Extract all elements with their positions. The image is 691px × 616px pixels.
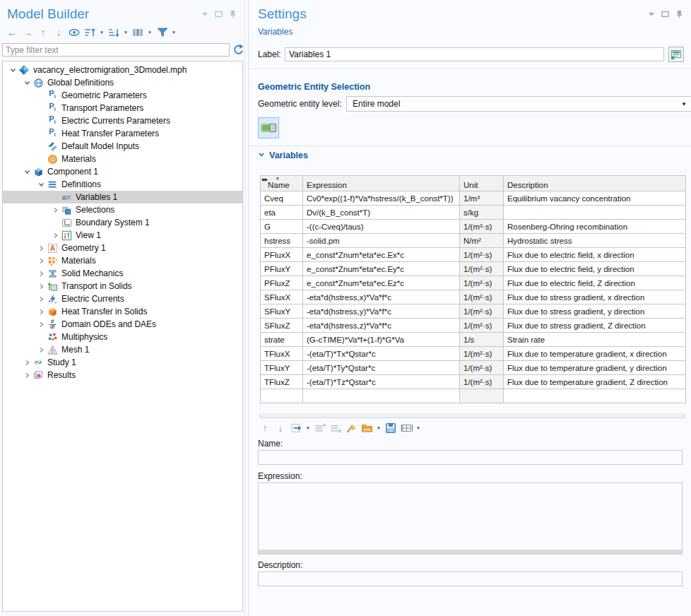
tree-item-materials[interactable]: Materials [3,153,242,165]
expression-cell[interactable]: Cv0*exp((1-f)*Va*hstress/(k_B_const*T)) [303,191,460,206]
expression-cell[interactable]: (G-cTIME)*Va*f+(1-f)*G*Va [303,333,460,347]
table-row[interactable]: TFluxY-(eta/T)*Ty*Qstar*c1/(m²·s)Flux du… [261,361,686,375]
tree-item-heat-transfer-parameters[interactable]: PiHeat Transfer Parameters [3,127,242,140]
chevron-collapsed-icon[interactable] [35,321,47,328]
tree-item-electric-currents-parameters[interactable]: PiElectric Currents Parameters [3,114,242,127]
filter-funnel-icon[interactable] [155,26,168,39]
table-row[interactable]: PFluxZe_const*Znum*eta*ec.Ez*c1/(m²·s)Fl… [261,276,686,290]
description-cell[interactable]: Equilibrium vacancy concentration [504,191,686,206]
chevron-collapsed-icon[interactable] [49,232,61,239]
name-cell[interactable]: hstress [261,234,303,248]
expression-hscrollbar[interactable] [259,550,682,554]
tree-item-geometry-1[interactable]: AGeometry 1 [3,242,242,254]
expression-cell[interactable]: -(eta/T)*Ty*Qstar*c [303,361,460,375]
unit-cell[interactable]: 1/(m²·s) [460,319,504,333]
tree-item-domain-odes-and-daes[interactable]: ddtDomain ODEs and DAEs [3,318,242,331]
chevron-expanded-icon[interactable] [21,169,33,175]
expression-cell[interactable]: -eta*d(hstress,x)*Va*f*c [303,290,460,304]
show-more-options-icon[interactable] [668,47,684,62]
tree-item-component-1[interactable]: Component 1 [3,165,242,178]
unit-cell[interactable]: 1/(m²·s) [460,375,504,389]
collapse-tree-icon[interactable] [83,26,96,39]
table-cell-settings-icon[interactable] [400,422,413,434]
unit-cell[interactable]: 1/(m²·s) [460,290,504,304]
name-cell[interactable]: PFluxZ [261,276,303,290]
chevron-collapsed-icon[interactable] [35,271,47,277]
description-cell[interactable]: Flux due to stress gradient, y direction [504,304,686,319]
save-floppy-icon[interactable] [384,422,397,434]
description-input[interactable] [259,572,682,586]
node-columns-icon[interactable] [131,26,144,39]
chevron-collapsed-icon[interactable] [35,283,47,290]
name-cell[interactable]: eta [261,206,303,220]
dropdown-caret-icon[interactable]: ▾ [99,30,105,35]
table-row[interactable]: PFluxYe_const*Znum*eta*ec.Ey*c1/(m²·s)Fl… [261,262,686,276]
description-cell[interactable] [504,389,686,403]
clear-broom-icon[interactable] [345,422,358,434]
description-cell[interactable]: Flux due to temperature gradient, x dire… [504,347,686,361]
chevron-collapsed-icon[interactable] [35,309,47,315]
chevron-expanded-icon[interactable] [35,182,47,188]
unit-cell[interactable] [460,389,504,403]
move-columns-icon[interactable]: ▶▶ [262,177,267,182]
move-to-table-icon[interactable] [290,422,302,434]
tree-item-materials[interactable]: Materials [3,254,242,267]
float-window-icon[interactable] [214,9,223,18]
unit-cell[interactable]: 1/(m²·s) [460,347,504,361]
table-row[interactable]: strate(G-cTIME)*Va*f+(1-f)*G*Va1/sStrain… [261,333,686,347]
tree-item-solid-mechanics[interactable]: Solid Mechanics [3,267,242,280]
expression-cell[interactable]: -(eta/T)*Tz*Qstar*c [303,375,460,389]
unit-cell[interactable]: 1/(m²·s) [460,262,504,276]
pin-icon[interactable] [228,9,237,18]
name-cell[interactable]: TFluxY [261,361,303,375]
table-row[interactable]: TFluxZ-(eta/T)*Tz*Qstar*c1/(m²·s)Flux du… [261,375,686,389]
active-selection-toggle[interactable] [258,117,279,138]
back-arrow-icon[interactable]: ← [6,26,18,39]
table-row[interactable] [261,389,686,403]
tree-item-heat-transfer-in-solids[interactable]: Heat Transfer in Solids [3,305,242,318]
description-cell[interactable]: Rosenberg-Ohring recombination [504,220,686,234]
pin-icon[interactable] [675,9,684,18]
description-cell[interactable]: Flux due to electric field, y direction [504,262,686,276]
unit-cell[interactable]: s/kg [460,206,504,220]
expression-input[interactable] [259,483,682,554]
name-cell[interactable]: strate [261,333,303,347]
name-cell[interactable]: TFluxZ [261,375,303,389]
table-row[interactable]: SFluxY-eta*d(hstress,y)*Va*f*c1/(m²·s)Fl… [261,304,686,319]
tree-item-multiphysics[interactable]: Multiphysics [3,331,242,343]
geometric-entity-level-select[interactable]: Entire model ▼ [346,96,691,112]
tree-item-global-definitions[interactable]: Global Definitions [3,76,242,89]
chevron-collapsed-icon[interactable] [49,207,61,213]
description-cell[interactable]: Flux due to stress gradient, Z direction [504,319,686,333]
dropdown-caret-icon[interactable]: ▾ [376,425,382,431]
label-input[interactable] [285,47,664,61]
name-input[interactable] [259,451,682,464]
float-window-icon[interactable] [661,9,670,18]
tree-item-default-model-inputs[interactable]: Default Model Inputs [3,140,242,153]
name-cell[interactable]: TFluxX [261,347,303,361]
tree-item-study-1[interactable]: ∾Study 1 [3,356,242,369]
collapse-caret-icon[interactable] [200,9,209,18]
dropdown-caret-icon[interactable]: ▾ [123,30,129,35]
description-cell[interactable]: Flux due to electric field, Z direction [504,276,686,290]
table-row[interactable]: SFluxX-eta*d(hstress,x)*Va*f*c1/(m²·s)Fl… [261,290,686,304]
column-header-expression[interactable]: Expression [303,176,460,191]
name-cell[interactable] [261,389,303,403]
tree-item-results[interactable]: Results [3,369,242,381]
unit-cell[interactable]: 1/s [460,333,504,347]
description-cell[interactable] [504,206,686,220]
column-header-unit[interactable]: Unit [460,176,504,191]
name-cell[interactable]: PFluxY [261,262,303,276]
load-folder-icon[interactable] [360,422,373,434]
description-cell[interactable]: Strain rate [504,333,686,347]
unit-cell[interactable]: 1/(m²·s) [460,276,504,290]
dropdown-caret-icon[interactable]: ▾ [305,425,311,431]
tree-item-view-1[interactable]: View 1 [3,229,242,242]
dropdown-caret-icon[interactable]: ▾ [415,425,421,431]
expression-cell[interactable]: e_const*Znum*eta*ec.Ex*c [303,248,460,262]
refresh-icon[interactable] [232,44,244,57]
filter-input[interactable] [2,43,230,57]
unit-cell[interactable]: 1/(m³·s) [460,220,504,234]
chevron-expanded-icon[interactable] [7,67,18,73]
expression-cell[interactable]: e_const*Znum*eta*ec.Ey*c [303,262,460,276]
